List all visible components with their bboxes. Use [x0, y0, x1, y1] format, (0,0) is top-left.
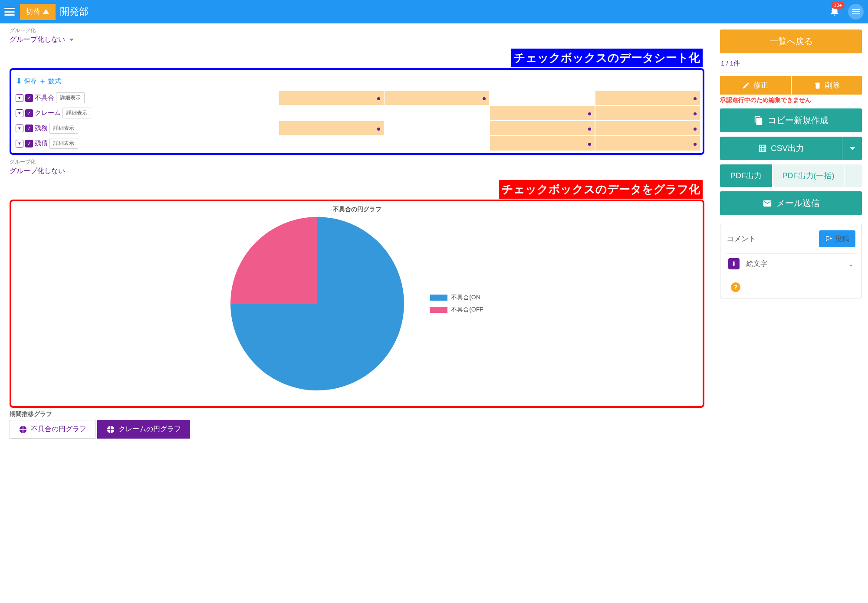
checkbox[interactable]: ✓: [25, 109, 33, 117]
legend-item: 不具合(OFF: [430, 306, 483, 314]
chevron-down-icon: [850, 147, 855, 150]
add-comment-icon: [825, 236, 832, 243]
more-menu-button[interactable]: [848, 4, 864, 20]
date-header[interactable]: 01/05 22:01: [595, 72, 700, 90]
notification-badge: 10+: [831, 2, 845, 9]
emoji-icon: ⬇: [728, 258, 740, 269]
data-cell[interactable]: [279, 91, 384, 105]
sheet-banner: チェックボックスのデータシート化: [510, 48, 704, 68]
chart-banner: チェックボックスのデータをグラフ化: [498, 179, 704, 200]
pencil-icon: [742, 82, 750, 89]
row-name: 不具合: [35, 94, 54, 102]
switch-button[interactable]: 切替: [20, 4, 56, 20]
expand-toggle[interactable]: ▾: [16, 125, 23, 132]
group-label: グループ化: [0, 27, 714, 34]
comment-label: コメント: [727, 234, 756, 244]
data-cell[interactable]: [595, 136, 700, 151]
data-cell[interactable]: [385, 136, 489, 151]
data-cell[interactable]: [595, 121, 700, 135]
mail-icon: [763, 199, 772, 208]
switch-label: 切替: [26, 7, 40, 16]
notification-bell[interactable]: 10+: [829, 5, 840, 18]
group-select[interactable]: グループ化しない: [0, 166, 714, 179]
row-name: 残務: [35, 124, 48, 132]
detail-button[interactable]: 詳細表示: [56, 92, 85, 103]
data-cell[interactable]: [279, 106, 384, 120]
data-cell[interactable]: [595, 106, 700, 120]
mail-send-button[interactable]: メール送信: [720, 191, 862, 215]
date-header[interactable]: 01/10 22:01: [385, 72, 489, 90]
help-icon[interactable]: ?: [731, 282, 740, 292]
chevron-down-icon: ⌄: [848, 260, 854, 268]
checkbox[interactable]: ✓: [25, 125, 33, 132]
chart-tab[interactable]: クレームの円グラフ: [97, 420, 190, 439]
legend-item: 不具合(ON: [430, 294, 483, 302]
back-to-list-button[interactable]: 一覧へ戻る: [720, 29, 862, 53]
detail-button[interactable]: 詳細表示: [49, 138, 78, 149]
data-cell[interactable]: [385, 121, 489, 135]
chart-legend: 不具合(ON不具合(OFF: [430, 294, 483, 314]
edit-button[interactable]: 修正: [720, 76, 791, 95]
dot-icon: [377, 128, 380, 131]
group-label: グループ化: [0, 158, 714, 166]
csv-dropdown[interactable]: [842, 137, 862, 160]
sidebar: 一覧へ戻る 1 / 1件 修正 削除 承認進行中のため編集できません コピー新規…: [714, 23, 868, 439]
chart-tab[interactable]: 不具合の円グラフ: [10, 420, 95, 439]
dot-icon: [588, 112, 591, 115]
date-header[interactable]: 01/16 21:37: [279, 72, 384, 90]
emoji-picker[interactable]: ⬇ 絵文字 ⌄: [727, 253, 855, 274]
menu-icon[interactable]: [4, 8, 15, 16]
expand-toggle[interactable]: ▾: [16, 109, 23, 117]
detail-button[interactable]: 詳細表示: [49, 123, 78, 134]
save-button[interactable]: 保存: [24, 77, 37, 85]
csv-export-button[interactable]: CSV出力: [720, 137, 842, 160]
data-cell[interactable]: [490, 106, 595, 120]
triangle-up-icon: [43, 9, 49, 14]
chart-title: 不具合の円グラフ: [16, 206, 698, 213]
pie-chart: [230, 217, 404, 390]
data-cell[interactable]: [490, 91, 595, 105]
detail-button[interactable]: 詳細表示: [62, 108, 91, 118]
download-icon: ⬇: [16, 76, 22, 86]
data-cell[interactable]: [279, 121, 384, 135]
pdf-batch-button[interactable]: PDF出力(一括): [773, 164, 844, 187]
copy-new-button[interactable]: コピー新規作成: [720, 108, 862, 132]
pdf-dropdown[interactable]: [845, 164, 862, 187]
checkbox[interactable]: ✓: [25, 140, 33, 147]
dot-icon: [588, 128, 591, 131]
copy-icon: [754, 116, 763, 125]
legend-swatch: [430, 307, 447, 313]
department-name: 開発部: [60, 5, 89, 18]
dot-icon: [588, 143, 591, 146]
dot-icon: [377, 97, 380, 100]
trash-icon: [814, 82, 822, 89]
plus-icon: ＋: [39, 76, 46, 86]
pdf-export-button[interactable]: PDF出力: [720, 164, 772, 187]
formula-button[interactable]: 数式: [48, 77, 61, 85]
data-cell[interactable]: [385, 106, 489, 120]
delete-button[interactable]: 削除: [792, 76, 862, 95]
pie-chart-icon: [106, 425, 115, 434]
expand-toggle[interactable]: ▾: [16, 94, 23, 102]
period-label: 期間推移グラフ: [0, 408, 714, 420]
data-cell[interactable]: [279, 136, 384, 151]
checkbox[interactable]: ✓: [25, 94, 33, 102]
data-cell[interactable]: [490, 136, 595, 151]
tab-row: 不具合の円グラフクレームの円グラフ: [0, 420, 714, 439]
data-cell[interactable]: [595, 91, 700, 105]
data-cell[interactable]: [490, 121, 595, 135]
row-name: 残債: [35, 139, 48, 147]
chart-area: 不具合の円グラフ 不具合(ON不具合(OFF: [10, 200, 704, 408]
group-select[interactable]: グループ化しない: [0, 34, 714, 48]
dot-icon: [694, 112, 697, 115]
pie-chart-icon: [19, 425, 27, 434]
data-cell[interactable]: [385, 91, 489, 105]
app-header: 切替 開発部 10+: [0, 0, 868, 23]
dot-icon: [694, 143, 697, 146]
grid-icon: [758, 144, 767, 153]
chevron-down-icon: [69, 39, 74, 41]
expand-toggle[interactable]: ▾: [16, 140, 23, 147]
data-sheet: ⬇ 保存 ＋ 数式 01/16 21:37 01/10 22:01 01/07 …: [10, 68, 704, 155]
date-header[interactable]: 01/07 22:01: [490, 72, 595, 90]
post-comment-button[interactable]: 投稿: [819, 230, 855, 247]
